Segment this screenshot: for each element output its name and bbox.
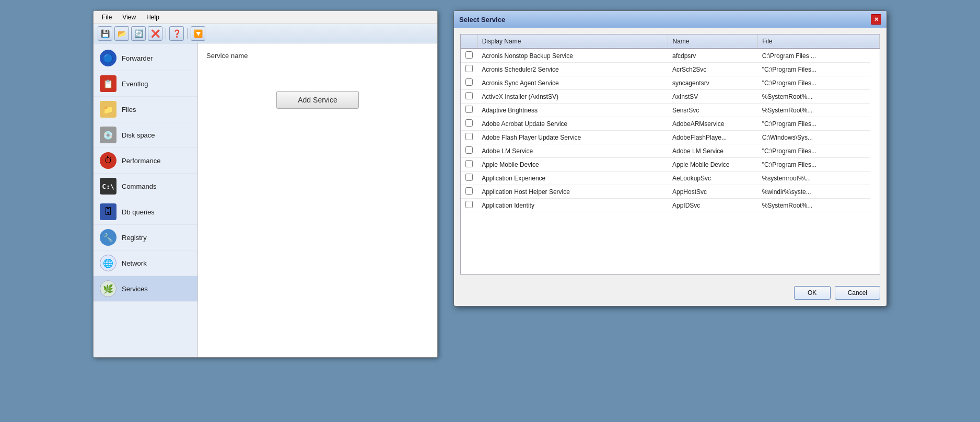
table-row[interactable]: Adobe LM ServiceAdobe LM Service"C:\Prog…: [461, 144, 880, 158]
performance-icon: ⏱: [100, 152, 116, 169]
sidebar-item-commands[interactable]: C:\ Commands: [94, 174, 197, 199]
service-table-container[interactable]: Display Name Name File Acronis Nonstop B…: [460, 34, 880, 275]
sidebar-item-dbqueries[interactable]: 🗄 Db queries: [94, 199, 197, 225]
table-row[interactable]: ActiveX Installer (AxInstSV)AxInstSV%Sys…: [461, 90, 880, 104]
table-row[interactable]: Application IdentityAppIDSvc%SystemRoot%…: [461, 199, 880, 212]
col-header-name[interactable]: Name: [668, 35, 758, 49]
dbqueries-icon: 🗄: [100, 203, 116, 220]
main-content: Service name Add Service: [198, 43, 437, 357]
refresh-button[interactable]: 🔄: [131, 26, 146, 41]
sidebar-label-performance: Performance: [122, 157, 160, 165]
row-file-3: %SystemRoot%...: [758, 90, 870, 104]
toolbar-separator-2: [187, 28, 188, 39]
row-file-1: "C:\Program Files...: [758, 63, 870, 76]
sidebar-item-eventlog[interactable]: 📋 Eventlog: [94, 71, 197, 97]
row-checkbox-2[interactable]: [465, 78, 473, 86]
sidebar-item-performance[interactable]: ⏱ Performance: [94, 148, 197, 174]
row-file-9: %systemroot%\...: [758, 172, 870, 185]
sidebar-label-files: Files: [122, 106, 136, 113]
row-display-4: Adaptive Brightness: [477, 104, 668, 117]
table-row[interactable]: Acronis Scheduler2 ServiceAcrSch2Svc"C:\…: [461, 63, 880, 76]
row-display-5: Adobe Acrobat Update Service: [477, 117, 668, 131]
table-row[interactable]: Adobe Acrobat Update ServiceAdobeARMserv…: [461, 117, 880, 131]
row-display-2: Acronis Sync Agent Service: [477, 76, 668, 90]
row-name-6: AdobeFlashPlaye...: [668, 131, 758, 144]
dialog-title: Select Service: [459, 16, 505, 24]
help-button[interactable]: ❓: [169, 26, 184, 41]
open-button[interactable]: 📂: [114, 26, 129, 41]
sidebar-label-network: Network: [122, 259, 147, 267]
sidebar-item-services[interactable]: 🌿 Services: [94, 276, 197, 302]
row-display-11: Application Identity: [477, 199, 668, 212]
sidebar: 🔵 Forwarder 📋 Eventlog 📁 Files 💿: [94, 43, 198, 357]
service-table: Display Name Name File Acronis Nonstop B…: [461, 35, 880, 212]
row-checkbox-0[interactable]: [465, 51, 473, 59]
forwarder-icon: 🔵: [100, 50, 116, 66]
row-name-10: AppHostSvc: [668, 185, 758, 199]
sidebar-item-registry[interactable]: 🔧 Registry: [94, 225, 197, 250]
menu-file[interactable]: File: [98, 13, 116, 22]
row-checkbox-11[interactable]: [465, 201, 473, 208]
row-checkbox-3[interactable]: [465, 92, 473, 99]
row-file-7: "C:\Program Files...: [758, 144, 870, 158]
row-checkbox-8[interactable]: [465, 160, 473, 167]
row-display-6: Adobe Flash Player Update Service: [477, 131, 668, 144]
row-checkbox-9[interactable]: [465, 174, 473, 181]
row-name-5: AdobeARMservice: [668, 117, 758, 131]
sidebar-label-eventlog: Eventlog: [122, 80, 148, 88]
menu-bar: File View Help: [94, 11, 437, 24]
table-row[interactable]: Application Host Helper ServiceAppHostSv…: [461, 185, 880, 199]
menu-view[interactable]: View: [118, 13, 140, 22]
services-icon: 🌿: [100, 280, 116, 297]
cancel-button[interactable]: Cancel: [835, 286, 880, 300]
row-display-9: Application Experience: [477, 172, 668, 185]
sidebar-item-network[interactable]: 🌐 Network: [94, 250, 197, 276]
row-name-7: Adobe LM Service: [668, 144, 758, 158]
menu-help[interactable]: Help: [142, 13, 164, 22]
row-checkbox-7[interactable]: [465, 146, 473, 154]
row-checkbox-6[interactable]: [465, 133, 473, 140]
sidebar-item-files[interactable]: 📁 Files: [94, 97, 197, 122]
sidebar-item-forwarder[interactable]: 🔵 Forwarder: [94, 45, 197, 71]
diskspace-icon: 💿: [100, 127, 116, 143]
row-file-4: %SystemRoot%...: [758, 104, 870, 117]
col-header-checkbox: [461, 35, 477, 49]
row-name-8: Apple Mobile Device: [668, 158, 758, 172]
table-row[interactable]: Acronis Sync Agent Servicesyncagentsrv"C…: [461, 76, 880, 90]
row-file-8: "C:\Program Files...: [758, 158, 870, 172]
row-display-8: Apple Mobile Device: [477, 158, 668, 172]
save-button[interactable]: 💾: [98, 26, 112, 41]
sidebar-item-diskspace[interactable]: 💿 Disk space: [94, 122, 197, 148]
sidebar-label-registry: Registry: [122, 234, 147, 242]
row-name-3: AxInstSV: [668, 90, 758, 104]
row-display-7: Adobe LM Service: [477, 144, 668, 158]
ok-button[interactable]: OK: [794, 286, 831, 300]
row-checkbox-5[interactable]: [465, 119, 473, 127]
table-row[interactable]: Acronis Nonstop Backup ServiceafcdpsrvC:…: [461, 49, 880, 63]
select-service-dialog: Select Service ✕ Display Name Name File …: [453, 10, 887, 306]
row-display-0: Acronis Nonstop Backup Service: [477, 49, 668, 63]
row-checkbox-1[interactable]: [465, 65, 473, 72]
sidebar-label-commands: Commands: [122, 183, 156, 190]
dialog-titlebar: Select Service ✕: [454, 11, 886, 28]
filter-button[interactable]: 🔽: [191, 26, 205, 41]
dialog-footer: OK Cancel: [454, 281, 886, 306]
delete-button[interactable]: ❌: [148, 26, 162, 41]
add-service-button[interactable]: Add Service: [276, 91, 358, 109]
dialog-close-button[interactable]: ✕: [871, 14, 881, 25]
table-row[interactable]: Adaptive BrightnessSensrSvc%SystemRoot%.…: [461, 104, 880, 117]
row-name-11: AppIDSvc: [668, 199, 758, 212]
row-file-10: %windir%\syste...: [758, 185, 870, 199]
col-header-display[interactable]: Display Name: [477, 35, 668, 49]
row-display-10: Application Host Helper Service: [477, 185, 668, 199]
row-name-9: AeLookupSvc: [668, 172, 758, 185]
commands-icon: C:\: [100, 178, 116, 195]
col-header-file[interactable]: File: [758, 35, 870, 49]
row-checkbox-4[interactable]: [465, 106, 473, 113]
row-file-2: "C:\Program Files...: [758, 76, 870, 90]
row-checkbox-10[interactable]: [465, 187, 473, 195]
table-row[interactable]: Apple Mobile DeviceApple Mobile Device"C…: [461, 158, 880, 172]
table-row[interactable]: Adobe Flash Player Update ServiceAdobeFl…: [461, 131, 880, 144]
table-row[interactable]: Application ExperienceAeLookupSvc%system…: [461, 172, 880, 185]
sidebar-label-forwarder: Forwarder: [122, 54, 153, 62]
